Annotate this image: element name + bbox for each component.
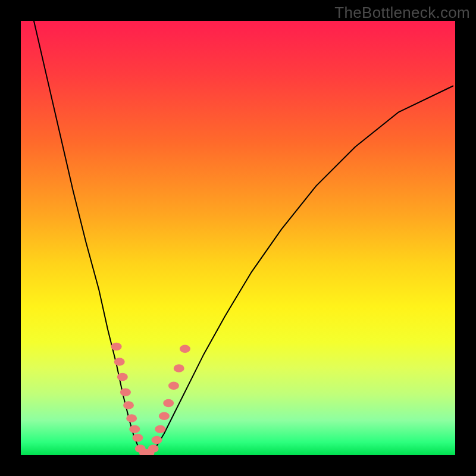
marker-dot bbox=[123, 401, 134, 409]
marker-dot bbox=[132, 434, 143, 442]
marker-dot bbox=[174, 364, 184, 372]
marker-dot bbox=[180, 345, 190, 353]
marker-dot bbox=[151, 436, 162, 444]
marker-dot bbox=[126, 414, 137, 422]
marker-dot bbox=[168, 381, 179, 390]
marker-dot bbox=[114, 358, 125, 366]
marker-dot bbox=[155, 425, 165, 433]
watermark-text: TheBottleneck.com bbox=[334, 4, 470, 22]
marker-dot bbox=[117, 373, 128, 381]
marker-dot bbox=[111, 343, 122, 351]
curve-right-curve bbox=[148, 86, 453, 456]
chart-svg bbox=[21, 21, 455, 455]
marker-dot bbox=[120, 388, 131, 396]
marker-dot bbox=[163, 399, 174, 408]
plot-area bbox=[21, 21, 455, 455]
marker-layer bbox=[111, 343, 190, 455]
marker-dot bbox=[129, 425, 140, 433]
curve-layer bbox=[34, 21, 453, 455]
marker-dot bbox=[159, 412, 170, 421]
outer-frame: TheBottleneck.com bbox=[0, 0, 476, 476]
marker-dot bbox=[148, 444, 159, 453]
